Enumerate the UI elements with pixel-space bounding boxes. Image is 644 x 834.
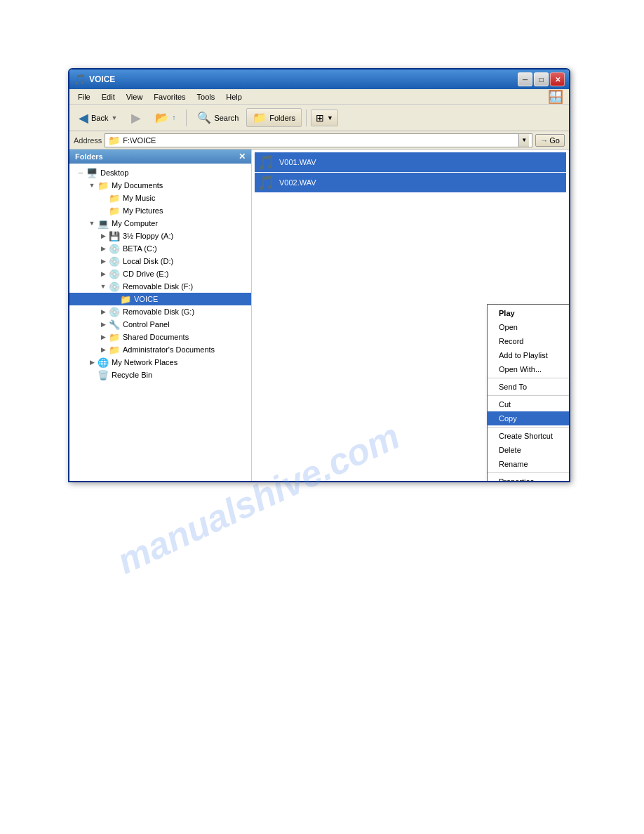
address-input[interactable] [123,136,516,145]
tree-item-my-music[interactable]: 📁 My Music [69,192,251,204]
expand-my-pictures-icon [98,205,109,216]
explorer-window: 🎵 VOICE ─ □ ✕ File Edit View Favorites T… [68,68,570,482]
tree-item-my-pictures[interactable]: 📁 My Pictures [69,204,251,217]
address-bar: Address 📁 ▼ → Go [69,131,569,150]
ctx-add-to-playlist[interactable]: Add to Playlist [488,348,570,362]
file-name-v001: V001.WAV [279,158,316,166]
tree-item-local-d[interactable]: ▶ 💿 Local Disk (D:) [69,255,251,267]
ctx-open[interactable]: Open [488,320,570,334]
ctx-sep-2 [488,395,570,396]
floppy-icon: 💾 [109,230,120,241]
ctx-sep-1 [488,378,570,378]
ctx-cut[interactable]: Cut [488,397,570,411]
toolbar-sep-1 [186,110,187,126]
tree-item-floppy[interactable]: ▶ 💾 3½ Floppy (A:) [69,230,251,242]
tree-label-shared-docs: Shared Documents [123,333,189,341]
network-icon: 🌐 [98,357,109,368]
tree-item-desktop[interactable]: ─ 🖥️ Desktop [69,166,251,179]
expand-beta-icon: ▶ [98,243,109,254]
menu-bar: File Edit View Favorites Tools Help 🪟 [69,89,569,105]
toolbar: ◀ Back ▼ ▶ 📂 ↑ 🔍 Search 📁 Folders ⊞ ▼ [69,105,569,131]
ctx-create-shortcut[interactable]: Create Shortcut [488,429,570,443]
tree-label-my-music: My Music [123,194,155,202]
menu-help[interactable]: Help [220,91,248,102]
tree-item-voice[interactable]: 📁 VOICE [69,293,251,305]
tree-item-beta-c[interactable]: ▶ 💿 BETA (C:) [69,242,251,255]
file-item-v001[interactable]: 🎵 V001.WAV [255,152,566,172]
up-arrow-icon: ↑ [172,114,175,121]
menu-favorites[interactable]: Favorites [148,91,191,102]
ctx-rename[interactable]: Rename [488,457,570,471]
recycle-icon: 🗑️ [98,369,109,380]
address-input-wrap: 📁 ▼ [105,133,532,147]
minimize-button[interactable]: ─ [518,72,532,86]
expand-my-computer-icon: ▼ [86,218,98,229]
tree-item-my-computer[interactable]: ▼ 💻 My Computer [69,217,251,230]
expand-my-music-icon [98,192,109,204]
expand-ctrl-panel-icon: ▶ [98,319,109,330]
tree-label-my-documents: My Documents [112,181,163,190]
tree-label-local-d: Local Disk (D:) [123,257,173,265]
menu-tools[interactable]: Tools [192,91,221,102]
menu-file[interactable]: File [72,91,96,102]
tree-label-beta-c: BETA (C:) [123,244,157,253]
expand-cd-e-icon: ▶ [98,268,109,279]
expand-network-icon: ▶ [86,357,98,368]
expand-local-d-icon: ▶ [98,256,109,267]
ctx-play[interactable]: Play [488,306,570,320]
my-pictures-icon: 📁 [109,205,120,216]
tree-item-removable-g[interactable]: ▶ 💿 Removable Disk (G:) [69,305,251,318]
tree-item-admin-docs[interactable]: ▶ 📁 Administrator's Documents [69,343,251,356]
tree-label-network: My Network Places [112,358,177,366]
address-dropdown[interactable]: ▼ [518,134,529,147]
folders-close-icon[interactable]: ✕ [239,152,246,161]
ctx-sep-4 [488,472,570,473]
ctx-send-to[interactable]: Send To ▶ [488,380,570,394]
removable-g-icon: 💿 [109,306,120,317]
folders-panel: Folders ✕ ─ 🖥️ Desktop ▼ 📁 My Documents [69,150,252,481]
go-button[interactable]: → Go [535,134,565,147]
search-button[interactable]: 🔍 Search [191,108,245,127]
forward-button[interactable]: ▶ [125,107,147,128]
back-label: Back [91,114,108,122]
toolbar-sep-2 [306,110,307,126]
up-icon: 📂 [155,111,169,124]
tree-label-admin-docs: Administrator's Documents [123,345,215,354]
expand-recycle-icon [86,369,98,380]
ctx-copy[interactable]: Copy [488,411,570,425]
search-icon: 🔍 [197,111,211,124]
folders-label: Folders [269,114,295,122]
title-buttons: ─ □ ✕ [518,72,565,86]
up-button[interactable]: 📂 ↑ [149,108,182,127]
views-dropdown-icon: ▼ [327,114,333,121]
folders-header: Folders ✕ [69,150,251,164]
tree-item-removable-f[interactable]: ▼ 💿 Removable Disk (F:) [69,280,251,293]
views-button[interactable]: ⊞ ▼ [311,110,338,126]
ctx-sep-3 [488,427,570,428]
file-item-v002[interactable]: 🎵 V002.WAV [255,173,566,192]
menu-view[interactable]: View [121,91,149,102]
ctx-record[interactable]: Record [488,334,570,348]
close-button[interactable]: ✕ [550,72,565,86]
views-icon: ⊞ [316,112,324,124]
tree-item-recycle-bin[interactable]: 🗑️ Recycle Bin [69,369,251,381]
tree-item-cd-e[interactable]: ▶ 💿 CD Drive (E:) [69,267,251,280]
go-arrow-icon: → [540,136,548,145]
tree-label-my-pictures: My Pictures [123,206,163,215]
folders-header-label: Folders [75,152,103,161]
removable-f-icon: 💿 [109,281,120,292]
back-button[interactable]: ◀ Back ▼ [72,107,123,128]
ctx-properties[interactable]: Properties [488,475,570,482]
tree-item-control-panel[interactable]: ▶ 🔧 Control Panel [69,318,251,331]
tree-item-shared-docs[interactable]: ▶ 📁 Shared Documents [69,331,251,343]
window-title: VOICE [89,74,518,84]
expand-desktop-icon: ─ [75,167,86,178]
ctx-open-with[interactable]: Open With... [488,362,570,376]
ctx-delete[interactable]: Delete [488,443,570,457]
tree-item-network[interactable]: ▶ 🌐 My Network Places [69,356,251,369]
maximize-button[interactable]: □ [534,72,549,86]
content-area: Folders ✕ ─ 🖥️ Desktop ▼ 📁 My Documents [69,150,569,481]
folders-button[interactable]: 📁 Folders [246,108,302,127]
tree-item-my-documents[interactable]: ▼ 📁 My Documents [69,179,251,192]
menu-edit[interactable]: Edit [96,91,121,102]
